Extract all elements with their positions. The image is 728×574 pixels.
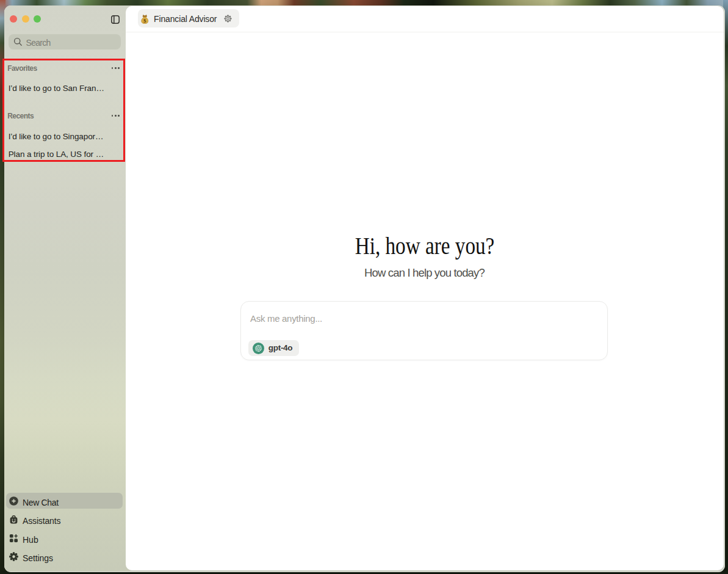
svg-text:$: $ — [143, 17, 146, 23]
